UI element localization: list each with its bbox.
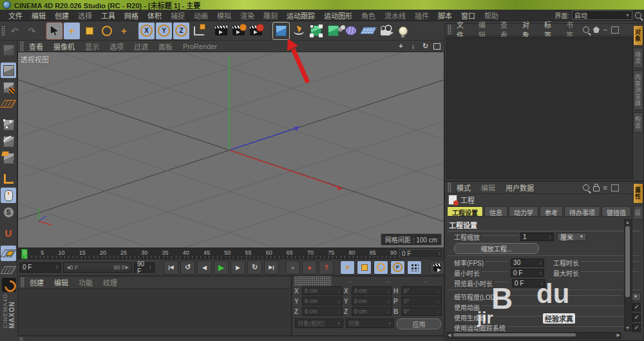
minimize-icon[interactable]: – — [603, 26, 607, 34]
camera-button[interactable] — [377, 23, 393, 39]
rotate-tool-button[interactable] — [99, 23, 115, 39]
viewport-canvas[interactable]: 透视视图 网格间距 : 100 cm — [17, 52, 444, 248]
preview-min-time-field[interactable]: 0 F↕ — [512, 279, 545, 287]
live-selection-button[interactable] — [46, 23, 62, 39]
next-key-button[interactable]: ↻ — [247, 260, 262, 275]
key-parameters-button[interactable]: P — [390, 260, 405, 275]
menu-pipeline[interactable]: 流水线 — [380, 10, 410, 21]
render-to-picture-viewer-button[interactable] — [231, 23, 247, 39]
pen-spline-button[interactable] — [290, 23, 307, 39]
workplane-mode-button[interactable] — [1, 96, 16, 112]
attr-menu-edit[interactable]: 编辑 — [476, 182, 500, 193]
zoom-view-icon[interactable]: ↓ — [409, 42, 417, 50]
min-time-field[interactable]: 0 F↕ — [511, 269, 544, 277]
object-tree-area[interactable] — [446, 37, 633, 179]
menu-create[interactable]: 创建 — [50, 10, 73, 21]
size-z-field[interactable]: 0 cm↕ — [352, 307, 392, 316]
interface-select[interactable]: 启动 ▼ — [572, 10, 632, 20]
search-icon[interactable] — [583, 184, 589, 191]
undo-button[interactable]: ↶ — [6, 23, 23, 39]
key-pla-button[interactable] — [407, 260, 422, 275]
points-mode-button[interactable] — [1, 117, 16, 132]
vp-menu-prorender[interactable]: ProRender — [178, 43, 222, 50]
mat-menu-function[interactable]: 功能 — [73, 277, 98, 287]
lock-x-axis-button[interactable]: X — [138, 23, 155, 39]
menu-simulate[interactable]: 模拟 — [213, 10, 236, 21]
magnet-button[interactable]: U — [1, 225, 16, 240]
rotation-b-field[interactable]: 0°↕ — [401, 307, 442, 316]
current-frame-field[interactable]: 0 F ↕ — [399, 249, 443, 258]
fps-field[interactable]: 30↕ — [511, 258, 544, 267]
position-x-field[interactable]: 0 cm↕ — [302, 286, 343, 295]
record-key-button[interactable]: ● — [302, 260, 317, 275]
vp-menu-cameras[interactable]: 摄像机 — [48, 41, 80, 52]
key-rotation-button[interactable] — [374, 260, 388, 275]
project-scale-unit-dropdown[interactable]: 厘米▼ — [557, 233, 587, 241]
polygons-mode-button[interactable] — [1, 150, 16, 166]
light-button[interactable] — [395, 23, 411, 39]
vp-menu-display[interactable]: 显示 — [80, 41, 104, 52]
range-right-arrow[interactable]: ▶ — [126, 265, 129, 270]
scroll-left-icon[interactable]: ◀ — [448, 333, 451, 338]
menu-mesh[interactable]: 网格 — [120, 10, 143, 21]
edges-mode-button[interactable] — [1, 133, 16, 149]
scroll-right-icon[interactable]: ▶ — [617, 333, 620, 338]
menu-plugins[interactable]: 插件 — [410, 10, 433, 21]
mat-menu-edit[interactable]: 编辑 — [49, 277, 73, 287]
end-frame-field[interactable]: 90 F ↕ — [134, 262, 155, 273]
move-tool-button[interactable]: + — [64, 23, 80, 39]
tab-project-settings[interactable]: 工程设置 — [447, 206, 483, 217]
toggle-view-icon[interactable] — [433, 43, 440, 50]
scroll-down-icon[interactable]: ▼ — [625, 326, 630, 331]
sweep-generator-button[interactable] — [325, 23, 341, 39]
tweak-mode-button[interactable] — [1, 188, 16, 203]
menu-character[interactable]: 角色 — [357, 10, 380, 21]
tab-layers[interactable]: 层 — [633, 206, 643, 220]
coord-space-dropdown[interactable]: 对象▼ — [346, 318, 394, 328]
mat-menu-texture[interactable]: 纹理 — [98, 277, 122, 287]
menu-icon[interactable]: ≡ — [603, 184, 607, 191]
scroll-up-icon[interactable]: ▲ — [625, 220, 630, 225]
menu-mograph[interactable]: 运动图形 — [319, 10, 357, 21]
tab-objects[interactable]: 对象 — [633, 25, 643, 46]
keyframe-selection-button[interactable]: ? — [319, 260, 334, 275]
menu-select[interactable]: 选择 — [73, 10, 97, 21]
menu-render[interactable]: 渲染 — [236, 10, 259, 21]
vp-menu-filter[interactable]: 过滤 — [129, 41, 153, 52]
add-primitive-cube-button[interactable] — [273, 23, 289, 39]
tab-info[interactable]: 信息 — [484, 206, 507, 217]
make-editable-button[interactable] — [1, 42, 16, 57]
coordinate-system-button[interactable] — [191, 23, 207, 39]
timeline-ruler[interactable]: 05 1015 2025 3035 4045 5055 6065 7075 80… — [17, 248, 444, 259]
attribute-vertical-scrollbar[interactable]: ▲ ▼ — [624, 219, 632, 331]
tab-todo[interactable]: 待办事项 — [564, 206, 600, 217]
search-icon[interactable] — [583, 26, 589, 33]
scrollbar-thumb[interactable] — [625, 226, 630, 297]
position-y-field[interactable]: 0 cm↕ — [302, 297, 343, 306]
render-settings-button[interactable] — [248, 23, 264, 39]
goto-end-button[interactable]: ▶| — [264, 260, 279, 275]
path-filter-icon[interactable] — [593, 26, 600, 33]
rotation-h-field[interactable]: 0°↕ — [401, 286, 442, 295]
tab-structure[interactable]: 构造 — [633, 112, 643, 133]
previous-key-button[interactable]: ↺ — [180, 260, 195, 275]
project-scale-field[interactable]: 1↕ — [520, 233, 554, 241]
menu-file[interactable]: 文件 — [4, 10, 27, 21]
rotation-p-field[interactable]: 0°↕ — [401, 297, 442, 306]
scale-project-button[interactable]: 缩放工程... — [454, 243, 539, 254]
lock-y-axis-button[interactable]: Y — [156, 23, 172, 39]
goto-start-button[interactable]: |◀ — [164, 260, 178, 275]
scrollbar-thumb[interactable] — [453, 333, 576, 336]
deformer-button[interactable] — [343, 23, 359, 39]
menu-motion-tracker[interactable]: 运动跟踪 — [282, 10, 319, 21]
keying-settings-button[interactable] — [430, 260, 444, 275]
project-settings-section-header[interactable]: 工程设置 — [448, 219, 641, 231]
search-icon[interactable] — [635, 12, 641, 19]
menu-animate[interactable]: 动画 — [189, 10, 213, 21]
attribute-horizontal-scrollbar[interactable]: ◀ ▶ — [446, 332, 621, 339]
size-x-field[interactable]: 0 cm↕ — [352, 286, 392, 295]
vp-menu-view[interactable]: 查看 — [24, 41, 48, 52]
rotate-view-icon[interactable]: ↻ — [421, 42, 430, 50]
mat-menu-create[interactable]: 创建 — [24, 277, 49, 287]
autokey-button[interactable]: ● — [285, 260, 300, 275]
